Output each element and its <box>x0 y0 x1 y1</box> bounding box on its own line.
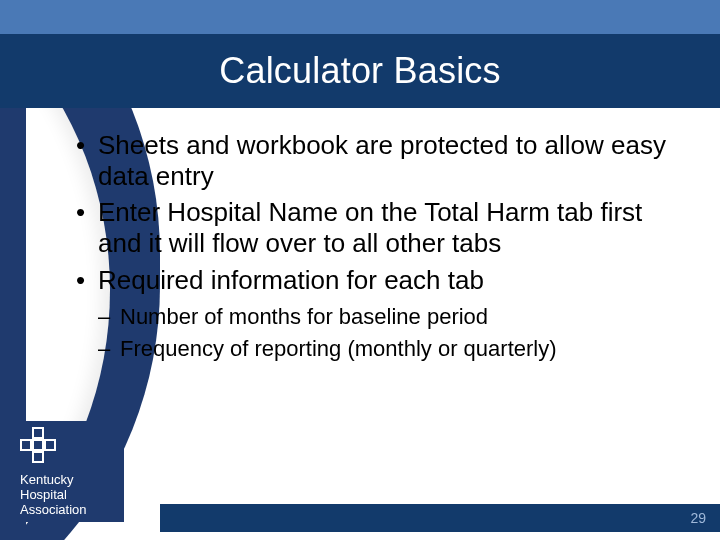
org-name: Kentucky Hospital Association <box>20 473 118 518</box>
footer-bar: 29 <box>160 504 720 532</box>
title-bar: Calculator Basics <box>0 34 720 108</box>
slide-body: Sheets and workbook are protected to all… <box>70 130 680 366</box>
top-accent-strip <box>0 0 720 34</box>
page-number: 29 <box>690 510 706 526</box>
svg-rect-1 <box>33 440 43 450</box>
bullet-item: Required information for each tab <box>70 265 680 296</box>
slide: Calculator Basics Sheets and workbook ar… <box>0 0 720 540</box>
sub-bullet-list: Number of months for baseline period Fre… <box>98 303 680 362</box>
svg-rect-0 <box>33 428 43 438</box>
bullet-item: Enter Hospital Name on the Total Harm ta… <box>70 197 680 258</box>
svg-rect-2 <box>33 452 43 462</box>
bullet-list: Sheets and workbook are protected to all… <box>70 130 680 295</box>
slide-title: Calculator Basics <box>219 50 501 92</box>
bullet-item: Sheets and workbook are protected to all… <box>70 130 680 191</box>
sub-bullet-item: Number of months for baseline period <box>98 303 680 331</box>
org-name-line: Kentucky <box>20 473 118 488</box>
sub-bullet-item: Frequency of reporting (monthly or quart… <box>98 335 680 363</box>
org-name-line: Hospital <box>20 488 118 503</box>
plus-cross-icon <box>20 427 56 463</box>
svg-rect-3 <box>21 440 31 450</box>
org-logo: Kentucky Hospital Association <box>14 421 124 522</box>
org-name-line: Association <box>20 503 118 518</box>
svg-rect-4 <box>45 440 55 450</box>
